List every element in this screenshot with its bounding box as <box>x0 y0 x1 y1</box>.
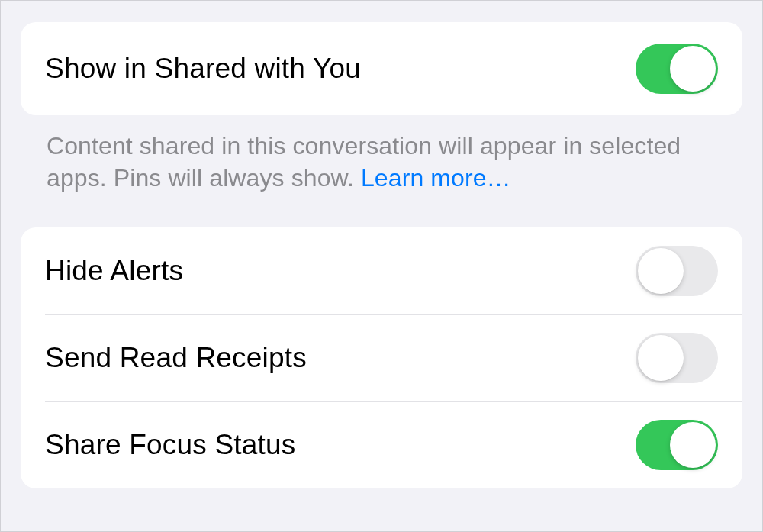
row-label: Send Read Receipts <box>45 342 307 374</box>
settings-group-notifications: Hide Alerts Send Read Receipts Share Foc… <box>21 227 742 488</box>
toggle-hide-alerts[interactable] <box>636 246 718 296</box>
row-show-in-shared-with-you: Show in Shared with You <box>21 22 742 115</box>
row-label: Share Focus Status <box>45 429 296 461</box>
toggle-send-read-receipts[interactable] <box>636 333 718 383</box>
toggle-knob <box>638 248 684 294</box>
row-label: Hide Alerts <box>45 255 183 287</box>
row-share-focus-status: Share Focus Status <box>21 401 742 488</box>
toggle-knob <box>670 46 716 92</box>
row-hide-alerts: Hide Alerts <box>21 227 742 314</box>
toggle-knob <box>638 335 684 381</box>
toggle-share-focus-status[interactable] <box>636 420 718 470</box>
toggle-knob <box>670 422 716 468</box>
settings-group-shared: Show in Shared with You <box>21 22 742 115</box>
row-send-read-receipts: Send Read Receipts <box>21 314 742 401</box>
row-label: Show in Shared with You <box>45 53 361 85</box>
section-footer-text: Content shared in this conversation will… <box>21 115 742 227</box>
toggle-show-in-shared-with-you[interactable] <box>636 44 718 94</box>
learn-more-link[interactable]: Learn more… <box>361 164 511 192</box>
